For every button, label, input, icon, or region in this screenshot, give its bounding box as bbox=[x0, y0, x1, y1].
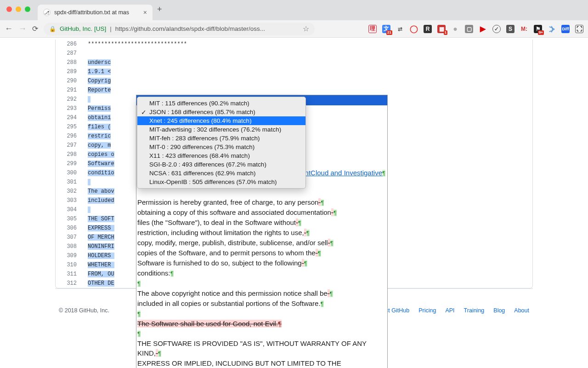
line-number[interactable]: 286 bbox=[56, 40, 83, 49]
dropdown-item[interactable]: MIT-advertising : 302 differences (76.2%… bbox=[137, 125, 305, 134]
ext-icon-circle[interactable]: ● bbox=[451, 25, 459, 33]
line-number[interactable]: 306 bbox=[56, 224, 83, 233]
forward-button[interactable]: → bbox=[18, 24, 27, 34]
ext-icon-grid[interactable]: ▦1 bbox=[437, 25, 446, 33]
ext-icon-square[interactable]: ▢ bbox=[465, 25, 473, 33]
license-dropdown[interactable]: MIT : 115 differences (90.2% match)JSON … bbox=[137, 97, 306, 189]
line-number[interactable]: 298 bbox=[56, 150, 83, 159]
diff-line: files (the "Software"), to deal in the S… bbox=[137, 218, 386, 228]
bookmark-star-icon[interactable]: ☆ bbox=[303, 24, 309, 33]
line-number[interactable]: 308 bbox=[56, 242, 83, 251]
dropdown-item[interactable]: Linux-OpenIB : 505 differences (57.0% ma… bbox=[137, 178, 305, 186]
line-number[interactable]: 295 bbox=[56, 122, 83, 132]
line-number[interactable]: 302 bbox=[56, 187, 83, 196]
footer-link[interactable]: Training bbox=[464, 307, 485, 314]
window-controls bbox=[6, 6, 30, 12]
ext-icon-check[interactable]: ✓ bbox=[492, 25, 501, 33]
line-number[interactable]: 293 bbox=[56, 104, 83, 113]
ext-icon-flag[interactable]: ⚑9+ bbox=[534, 25, 542, 33]
dropdown-item[interactable]: JSON : 168 differences (85.7% match) bbox=[137, 108, 305, 116]
ext-icon-chevrons[interactable]: ⦔ bbox=[548, 25, 556, 33]
line-number[interactable]: 296 bbox=[56, 132, 83, 141]
diff-line: EXPRESS OR IMPLIED, INCLUDING BUT NOT LI… bbox=[137, 358, 386, 368]
close-window-icon[interactable] bbox=[6, 6, 12, 12]
footer-link[interactable]: About bbox=[514, 307, 529, 314]
ext-icon-diff[interactable]: Diff bbox=[561, 25, 570, 33]
back-button[interactable]: ← bbox=[5, 24, 13, 34]
browser-titlebar: ⎇ spdx-diff/attribution.txt at mas × + bbox=[0, 0, 588, 20]
ext-icon-frame[interactable]: ⛶ bbox=[575, 25, 583, 33]
ext-icon-r[interactable]: R bbox=[424, 25, 432, 33]
line-number[interactable]: 312 bbox=[56, 279, 83, 288]
line-number[interactable]: 289 bbox=[56, 67, 83, 76]
code-text[interactable] bbox=[83, 49, 532, 58]
ext-icon-play[interactable]: ▶ bbox=[479, 25, 487, 33]
maximize-window-icon[interactable] bbox=[25, 6, 30, 12]
line-number[interactable]: 290 bbox=[56, 76, 83, 86]
ext-icon-o-red[interactable]: ◯ bbox=[410, 25, 418, 33]
line-number[interactable]: 311 bbox=[56, 270, 83, 279]
ext-icon-m[interactable]: M: bbox=[520, 25, 528, 33]
diff-line: The above copyright notice and this perm… bbox=[137, 288, 386, 299]
diff-line: Software is furnished to do so, subject … bbox=[137, 258, 386, 268]
code-line: 290Copyrig bbox=[56, 76, 532, 86]
close-tab-icon[interactable]: × bbox=[143, 9, 147, 16]
ext-icon-s[interactable]: S bbox=[506, 25, 514, 33]
code-text[interactable]: Copyrig bbox=[83, 76, 532, 86]
line-number[interactable]: 304 bbox=[56, 205, 83, 214]
line-number[interactable]: 310 bbox=[56, 260, 83, 270]
ext-icon-arrows[interactable]: ⇄ bbox=[396, 25, 404, 33]
line-number[interactable]: 300 bbox=[56, 168, 83, 178]
line-number[interactable]: 292 bbox=[56, 95, 83, 104]
url-bar[interactable]: 🔒 GitHub, Inc. [US] | https://github.com… bbox=[44, 23, 315, 35]
line-number[interactable]: 309 bbox=[56, 251, 83, 260]
line-number[interactable]: 305 bbox=[56, 214, 83, 224]
diff-line: conditions:¶ bbox=[137, 268, 386, 278]
footer-link[interactable]: Pricing bbox=[418, 307, 436, 314]
line-number[interactable]: 291 bbox=[56, 86, 83, 95]
diff-line: restriction, including without limitatio… bbox=[137, 228, 386, 238]
line-number[interactable]: 307 bbox=[56, 233, 83, 242]
line-number[interactable]: 288 bbox=[56, 58, 83, 67]
code-text[interactable]: ****************************** bbox=[83, 40, 532, 49]
line-number[interactable]: 294 bbox=[56, 113, 83, 122]
ext-icon-ri[interactable]: 理 bbox=[368, 25, 377, 33]
code-text[interactable]: 1.9.1 < bbox=[83, 67, 532, 76]
code-line: 286****************************** bbox=[56, 40, 532, 49]
line-number[interactable]: 299 bbox=[56, 159, 83, 168]
line-number[interactable]: 287 bbox=[56, 49, 83, 58]
footer-link[interactable]: API bbox=[445, 307, 454, 314]
dropdown-item[interactable]: NCSA : 631 differences (62.9% match) bbox=[137, 169, 305, 178]
url-separator: | bbox=[110, 25, 112, 32]
code-text[interactable]: undersc bbox=[83, 58, 532, 67]
code-line: 288undersc bbox=[56, 58, 532, 67]
dropdown-item[interactable]: MIT-0 : 290 differences (75.3% match) bbox=[137, 143, 305, 151]
minimize-window-icon[interactable] bbox=[16, 6, 21, 12]
diff-blank: ¶ bbox=[137, 278, 386, 288]
browser-toolbar: ← → ⟳ 🔒 GitHub, Inc. [US] | https://gith… bbox=[0, 20, 588, 38]
dropdown-item[interactable]: Xnet : 245 differences (80.4% match) bbox=[137, 116, 305, 125]
line-number[interactable]: 303 bbox=[56, 196, 83, 205]
copyright: © 2018 GitHub, Inc. bbox=[59, 307, 109, 314]
reload-button[interactable]: ⟳ bbox=[32, 24, 38, 33]
diff-blank: ¶ bbox=[137, 309, 386, 319]
ext-icon-translate[interactable]: 文21 bbox=[382, 25, 390, 33]
footer-links: Contact GitHubPricingAPITrainingBlogAbou… bbox=[370, 307, 529, 314]
line-number[interactable]: 301 bbox=[56, 178, 83, 187]
code-text[interactable]: Reporte bbox=[83, 86, 532, 95]
github-favicon-icon: ⎇ bbox=[43, 9, 51, 16]
footer-link[interactable]: Blog bbox=[493, 307, 505, 314]
dropdown-item[interactable]: MIT : 115 differences (90.2% match) bbox=[137, 99, 305, 108]
diff-link-fragment[interactable]: ntCloud and Investigative¶ bbox=[305, 168, 385, 178]
extension-icons: 理 文21 ⇄ ◯ R ▦1 ● ▢ ▶ ✓ S M: ⚑9+ ⦔ Diff ⛶ bbox=[368, 25, 583, 33]
diff-line: included in all copies or substantial po… bbox=[137, 299, 386, 309]
line-number[interactable]: 297 bbox=[56, 141, 83, 150]
new-tab-button[interactable]: + bbox=[157, 5, 162, 16]
dropdown-item[interactable]: SGI-B-2.0 : 493 differences (67.2% match… bbox=[137, 160, 305, 169]
dropdown-item[interactable]: X11 : 423 differences (68.4% match) bbox=[137, 151, 305, 160]
lock-icon: 🔒 bbox=[49, 26, 56, 32]
code-line: 287 bbox=[56, 49, 532, 58]
dropdown-item[interactable]: MIT-feh : 283 differences (75.9% match) bbox=[137, 134, 305, 143]
browser-tab[interactable]: ⎇ spdx-diff/attribution.txt at mas × bbox=[38, 5, 153, 20]
code-line: 291Reporte bbox=[56, 86, 532, 95]
